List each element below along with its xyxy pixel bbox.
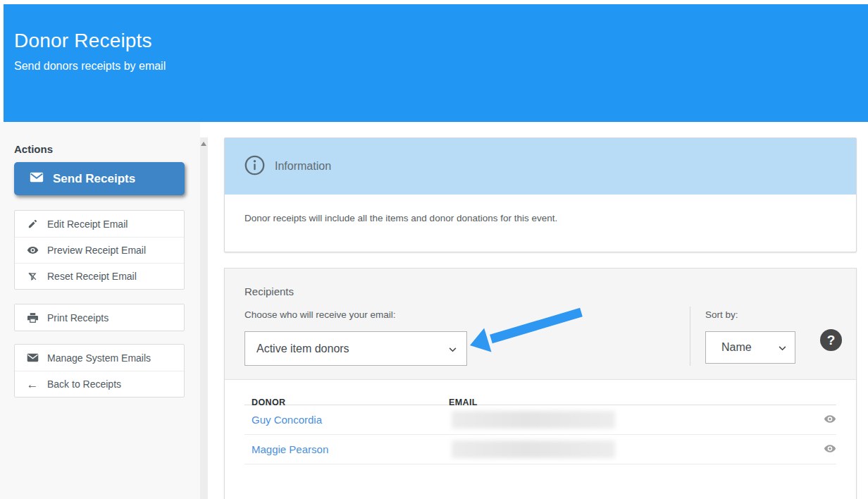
recipients-panel: Recipients Choose who will receive your … (224, 268, 857, 499)
donor-name-link[interactable]: Maggie Pearson (252, 443, 328, 455)
sidebar-item-label: Back to Receipts (47, 378, 121, 390)
recipients-heading: Recipients (244, 285, 294, 297)
chevron-down-icon (779, 341, 786, 354)
scroll-up-arrow-icon[interactable] (201, 142, 206, 146)
print-actions-card: Print Receipts (14, 304, 185, 331)
eye-icon (25, 246, 39, 254)
navigation-actions-card: Manage System Emails ← Back to Receipts (14, 344, 185, 398)
information-panel-title: Information (275, 160, 331, 173)
view-receipt-button[interactable] (824, 414, 836, 426)
filter-divider (690, 307, 690, 366)
recipient-select-label: Choose who will receive your email: (244, 309, 396, 320)
donor-name-link[interactable]: Guy Concordia (252, 414, 322, 426)
information-panel-body: Donor receipts will include all the item… (225, 195, 856, 242)
page-header: Donor Receipts Send donors receipts by e… (4, 4, 868, 122)
table-row: Maggie Pearson (244, 435, 836, 464)
column-header-email: EMAIL (442, 398, 808, 407)
recipients-table: DONOR EMAIL Guy Concordia (225, 380, 856, 464)
actions-heading: Actions (14, 143, 53, 155)
sidebar-item-label: Print Receipts (47, 312, 108, 324)
printer-icon (25, 313, 39, 323)
table-header-row: DONOR EMAIL (244, 380, 836, 405)
chevron-down-icon (449, 343, 457, 355)
main-content: Information Donor receipts will include … (208, 122, 868, 499)
sidebar-item-print-receipts[interactable]: Print Receipts (15, 304, 184, 331)
sidebar-item-manage-system-emails[interactable]: Manage System Emails (15, 345, 184, 371)
envelope-icon (30, 172, 44, 186)
sidebar-item-edit-receipt-email[interactable]: Edit Receipt Email (15, 211, 184, 237)
recipients-filter-area: Recipients Choose who will receive your … (225, 269, 856, 380)
actions-sidebar: Actions Send Receipts Edit Receipt Email… (0, 122, 200, 499)
table-row: Guy Concordia (244, 405, 836, 435)
sort-by-label: Sort by: (705, 309, 738, 320)
eye-icon (824, 444, 836, 455)
sort-by-select[interactable]: Name (705, 331, 795, 364)
arrow-left-icon: ← (25, 378, 39, 390)
sidebar-item-preview-receipt-email[interactable]: Preview Receipt Email (15, 237, 184, 263)
question-mark-icon: ? (827, 333, 836, 348)
redacted-email (452, 441, 615, 458)
help-button[interactable]: ? (820, 329, 842, 351)
receipt-email-actions-card: Edit Receipt Email Preview Receipt Email… (14, 210, 185, 290)
sort-by-select-value: Name (721, 341, 752, 354)
send-receipts-label: Send Receipts (53, 172, 135, 186)
page-subtitle: Send donors receipts by email (14, 60, 868, 73)
sidebar-item-label: Manage System Emails (47, 352, 151, 364)
column-header-donor: DONOR (244, 398, 442, 407)
information-panel-header: Information (225, 138, 856, 195)
page-title: Donor Receipts (14, 30, 868, 52)
information-panel: Information Donor receipts will include … (224, 137, 857, 252)
content-scrollbar[interactable] (200, 137, 208, 499)
sidebar-item-label: Edit Receipt Email (47, 218, 128, 230)
sidebar-item-label: Reset Receipt Email (47, 271, 137, 282)
recipient-select-value: Active item donors (256, 343, 349, 355)
eye-icon (824, 414, 836, 426)
sidebar-item-reset-receipt-email[interactable]: Reset Receipt Email (15, 263, 184, 289)
info-circle-icon (244, 155, 265, 178)
recipient-select[interactable]: Active item donors (244, 331, 467, 366)
view-receipt-button[interactable] (824, 444, 836, 455)
send-receipts-button[interactable]: Send Receipts (14, 162, 185, 195)
envelope-icon (25, 353, 39, 362)
sidebar-item-label: Preview Receipt Email (47, 245, 146, 256)
redacted-email (452, 411, 615, 429)
filter-remove-icon (25, 271, 39, 282)
pencil-icon (25, 218, 39, 229)
sidebar-item-back-to-receipts[interactable]: ← Back to Receipts (15, 371, 184, 397)
